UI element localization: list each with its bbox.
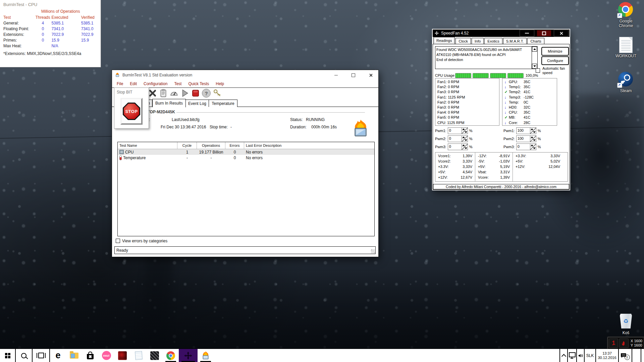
fan-reading: Fan4: 0 RPM [437,110,497,115]
desktop-icon-recycle-bin[interactable]: Koš [612,314,639,335]
tab-burn-in-results[interactable]: Burn In Results [152,99,186,107]
scroll-up-button[interactable] [532,47,537,52]
configure-button[interactable]: Configure [541,56,569,65]
temp-reading: MB:41C [504,115,555,120]
cpu-usage-label: CPU Usage [435,73,454,77]
speedfan-window: SpeedFan 4.52 Readings Clock Info Exotic… [432,29,570,190]
minimize-app-button[interactable]: Minimize [541,47,569,56]
show-desktop-button[interactable] [641,349,644,362]
resize-grip[interactable] [371,249,375,253]
tray-expand-button[interactable] [559,349,567,362]
tab-readings[interactable]: Readings [433,37,455,44]
pwm1-right-spinner[interactable]: 100 [516,127,536,134]
scroll-down-button[interactable] [532,64,537,69]
tab-exotics[interactable]: Exotics [484,38,502,44]
table-row-temperature[interactable]: Temperature - - 0 No errors [118,155,374,161]
document-icon [619,37,633,53]
close-button[interactable] [554,30,569,37]
clock[interactable]: 13:37 30.12.2016 [595,349,618,362]
menu-file[interactable]: File [117,81,123,86]
maximize-button[interactable] [346,70,361,80]
taskbar-burnintest[interactable] [198,349,214,362]
speedfan-titlebar[interactable]: SpeedFan 4.52 [433,29,570,37]
temp-reading: Temp:0C [504,100,555,105]
stop-icon[interactable] [191,89,200,98]
windows-logo-icon [5,353,10,358]
search-icon [21,353,26,358]
spinner-arrows-icon[interactable] [462,128,468,134]
menu-test[interactable]: Test [174,81,181,86]
desktop-icon-workout[interactable]: WORKOUT [612,37,639,58]
close-icon [369,73,373,77]
minimize-button[interactable] [520,30,534,37]
view-errors-checkbox[interactable] [116,239,120,243]
key-icon[interactable] [213,89,221,98]
overlay-tool-one-button[interactable] [609,339,618,348]
tab-charts[interactable]: Charts [527,38,544,44]
network-tray-button[interactable] [567,349,576,362]
stop-time-value: - [230,125,232,129]
burnintest-menubar: File Edit Configuration Test Quick Tests… [112,80,378,88]
action-center-button[interactable]: 2 [618,349,632,362]
play-icon[interactable] [180,89,189,98]
spinner-arrows-icon[interactable] [462,136,468,142]
start-button[interactable] [0,349,16,362]
log-scrollbar[interactable] [532,47,537,69]
detection-log[interactable]: Found WDC WD5000AACS-00ZUB0 on AdvSMART … [435,46,538,69]
taskbar-store[interactable] [82,349,98,362]
log-line: End of detection [436,57,531,62]
taskbar-game-dark[interactable] [147,349,163,362]
taskbar-speedfan-active[interactable] [179,349,198,362]
taskbar-chrome[interactable] [163,349,179,362]
tab-clock[interactable]: Clock [455,38,471,44]
tab-info[interactable]: Info [472,38,484,44]
taskbar-osu[interactable] [98,349,114,362]
language-indicator[interactable]: SLK [584,349,595,362]
pwm3-right-spinner[interactable]: 0 [516,143,536,150]
volume-tray-button[interactable] [576,349,584,362]
desktop-icon-steam[interactable]: Steam [612,72,639,93]
overlay-hand-button[interactable] [619,339,629,348]
pwm2-control-right: Pwm2: 100 % [503,135,541,142]
spinner-arrows-icon[interactable] [462,144,468,150]
help-icon[interactable]: ? [202,89,211,98]
taskbar-notepad[interactable] [130,349,147,362]
cpu-usage-bar [455,73,471,78]
gauge-icon[interactable] [170,89,178,98]
chrome-icon [166,351,175,360]
spinner-arrows-icon[interactable] [530,144,536,150]
table-row-cpu[interactable]: CPU 1 19.177 Billion 0 No errors [118,149,374,155]
stop-time-label: Stop time: [210,125,228,129]
spinner-arrows-icon[interactable] [530,128,536,134]
tab-smart[interactable]: S.M.A.R.T. [503,38,527,44]
menu-quick-tests[interactable]: Quick Tests [188,81,209,86]
pwm2-right-spinner[interactable]: 100 [516,135,536,142]
maximize-button[interactable] [537,30,551,36]
search-button[interactable] [16,349,33,362]
pwm2-spinner[interactable]: 0 [448,135,468,142]
burnintest-titlebar[interactable]: BurnInTest V8.1 Std Evaluation version [112,70,378,80]
tab-event-log[interactable]: Event Log [185,100,209,107]
tray-date: 30.12.2016 [598,356,616,360]
menu-configuration[interactable]: Configuration [144,81,167,86]
taskbar-edge[interactable] [50,349,66,362]
task-view-button[interactable] [33,349,50,362]
menu-help[interactable]: Help [216,81,224,86]
overlay-row-floating-point: Floating Point: 0 7341.0 7341.0 [3,26,101,32]
test-report-icon[interactable] [159,89,168,98]
taskbar-game-red[interactable] [114,349,130,362]
results-table-header[interactable]: Test Name Cycle Operations Errors Last E… [118,142,374,149]
pwm1-spinner[interactable]: 0 [448,127,468,134]
pwm3-spinner[interactable]: 0 [448,143,468,150]
delete-icon[interactable] [148,89,157,98]
menu-edit[interactable]: Edit [130,81,137,86]
tab-temperature[interactable]: Temperature [209,100,237,107]
minimize-button[interactable] [328,70,343,80]
close-button[interactable] [363,70,378,80]
automatic-fan-speed-checkbox[interactable] [536,68,540,73]
pwm1-control-right: Pwm1: 100 % [503,127,541,134]
spinner-arrows-icon[interactable] [530,136,536,142]
voltage-column-3: +3.3V:3,33V +5V:5,02V +12V:12,04V [513,153,563,181]
taskbar-file-explorer[interactable] [66,349,82,362]
desktop-icon-chrome[interactable]: Google Chrome [612,2,639,28]
